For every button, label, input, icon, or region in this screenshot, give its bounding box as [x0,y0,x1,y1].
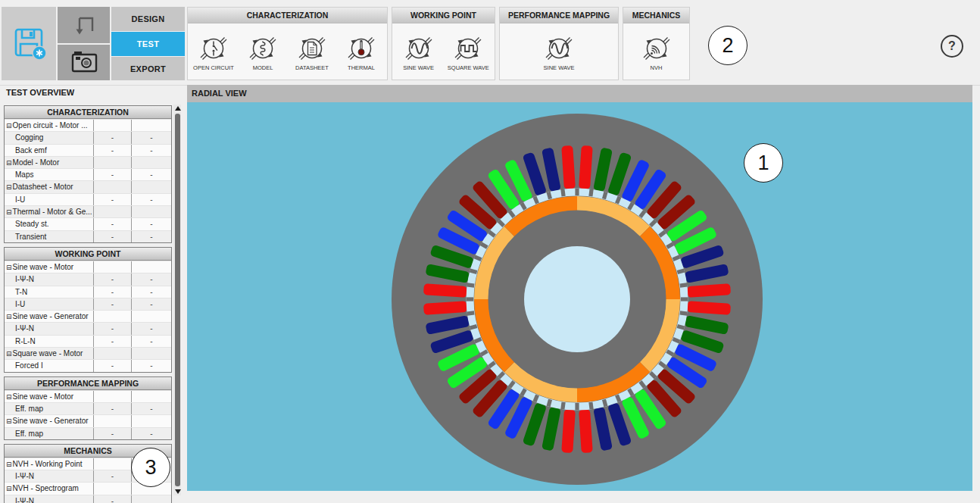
scrollbar-thumb[interactable] [175,114,180,486]
scroll-down-arrow[interactable] [175,489,181,494]
collapse-minus-icon[interactable]: ⊟ [6,461,12,468]
table-group-row[interactable]: ⊟Sine wave - Generator [5,310,171,322]
save-button[interactable] [2,7,56,80]
collapse-minus-icon[interactable]: ⊟ [6,183,12,191]
table-group-row[interactable]: ⊟Model - Motor [5,156,171,168]
motor-cross-section [187,102,972,491]
table-row[interactable]: I-Ψ-N- [5,495,171,503]
model-icon [248,33,278,64]
result-cell [93,483,131,494]
collapse-minus-icon[interactable]: ⊟ [6,393,12,401]
sidebar-title: TEST OVERVIEW [6,88,74,97]
table-group-row[interactable]: ⊟Open circuit - Motor ... [5,119,171,131]
tool-sine-wave[interactable]: SINE WAVE [535,33,582,71]
result-cell: - [93,298,131,310]
tab-test[interactable]: TEST [111,32,185,56]
row-label: Eff. map [5,428,93,439]
result-cell: - [93,145,131,156]
table-row[interactable]: Transient-- [5,230,171,242]
table-group-row[interactable]: ⊟Sine wave - Generator [5,414,171,426]
table-row[interactable]: Eff. map-- [5,402,171,414]
table-section-header: PERFORMANCE MAPPING [5,377,171,390]
table-row[interactable]: Maps-- [5,168,171,180]
toolbar-group-working-point: WORKING POINTSINE WAVESQUARE WAVE [392,7,495,80]
screenshot-button[interactable] [58,45,110,80]
table-row[interactable]: T-N-- [5,286,171,298]
result-cell: - [131,218,171,230]
row-label: ⊟Sine wave - Motor [5,391,93,402]
row-label: I-Ψ-N [5,273,93,285]
table-group-row[interactable]: ⊟Thermal - Motor & Ge... [5,205,171,217]
table-row[interactable]: I-U-- [5,298,171,310]
table-row[interactable]: Back emf-- [5,144,171,156]
tool-nvh[interactable]: NVH [633,33,680,71]
scroll-up-arrow[interactable] [175,106,181,111]
toolbar-group-performance-mapping: PERFORMANCE MAPPINGSINE WAVE [499,7,619,80]
result-cell: - [131,194,171,205]
table-group-row[interactable]: ⊟Sine wave - Motor [5,261,171,273]
result-cell: - [93,132,131,143]
result-cell: - [93,360,131,371]
result-cell [93,261,131,273]
table-row[interactable]: Steady st.-- [5,217,171,230]
result-cell: - [93,273,131,285]
row-label: Steady st. [5,218,93,230]
toolbar-group-title: WORKING POINT [392,8,495,23]
tab-design[interactable]: DESIGN [111,7,185,31]
row-label: ⊟Model - Motor [5,157,93,168]
row-label: ⊟Sine wave - Motor [5,261,93,273]
collapse-minus-icon[interactable]: ⊟ [6,485,12,492]
result-cell [93,181,131,192]
tool-open-circuit[interactable]: OPEN CIRCUIT [190,33,237,71]
tab-export[interactable]: EXPORT [111,57,185,80]
tool-thermal[interactable]: THERMAL [338,33,385,71]
result-cell [131,415,171,426]
tool-datasheet[interactable]: DATASHEET [289,33,336,71]
row-label: Maps [5,169,93,180]
table-group-row[interactable]: ⊟Square wave - Motor [5,347,171,359]
result-cell [131,348,171,359]
tool-model[interactable]: MODEL [239,33,286,71]
table-row[interactable]: I-Ψ-N-- [5,273,171,285]
collapse-minus-icon[interactable]: ⊟ [6,122,12,130]
result-cell: - [131,428,171,439]
result-cell: - [131,403,171,414]
collapse-minus-icon[interactable]: ⊟ [6,313,12,320]
tool-square-wave[interactable]: SQUARE WAVE [445,33,492,71]
toolbar-group-mechanics: MECHANICSNVH [623,7,690,80]
table-row[interactable]: I-U-- [5,193,171,205]
result-cell: - [131,169,171,180]
sine-wave-icon [544,33,574,64]
square-wave-icon [453,33,483,64]
result-cell: - [93,470,131,482]
collapse-minus-icon[interactable]: ⊟ [6,264,12,271]
collapse-minus-icon[interactable]: ⊟ [6,417,12,425]
result-cell: - [93,194,131,205]
table-row[interactable]: Cogging-- [5,131,171,143]
result-cell: - [93,169,131,180]
table-row[interactable]: Eff. map-- [5,427,171,439]
result-cell [131,181,171,192]
sine-wave-icon [404,33,434,64]
collapse-minus-icon[interactable]: ⊟ [6,159,12,167]
test-table-performance-mapping: PERFORMANCE MAPPING⊟Sine wave - MotorEff… [4,376,172,440]
import-arrow-button[interactable] [58,7,110,43]
row-label: T-N [5,286,93,298]
collapse-minus-icon[interactable]: ⊟ [6,350,12,358]
row-label: ⊟Square wave - Motor [5,348,93,359]
toolbar-group-title: CHARACTERIZATION [188,8,387,23]
test-overview-panel: CHARACTERIZATION⊟Open circuit - Motor ..… [4,105,172,503]
tool-sine-wave[interactable]: SINE WAVE [395,33,442,71]
table-row[interactable]: I-Ψ-N-- [5,322,171,334]
radial-view-canvas[interactable] [187,102,972,491]
table-group-row[interactable]: ⊟Datasheet - Motor [5,180,171,192]
row-label: I-Ψ-N [5,470,93,482]
table-group-row[interactable]: ⊟Sine wave - Motor [5,390,171,402]
table-row[interactable]: R-L-N-- [5,335,171,347]
help-button[interactable]: ? [941,35,963,58]
collapse-minus-icon[interactable]: ⊟ [6,208,12,216]
question-mark-icon: ? [948,39,956,53]
row-label: Eff. map [5,403,93,414]
table-row[interactable]: Forced I-- [5,359,171,371]
result-cell [131,206,171,217]
